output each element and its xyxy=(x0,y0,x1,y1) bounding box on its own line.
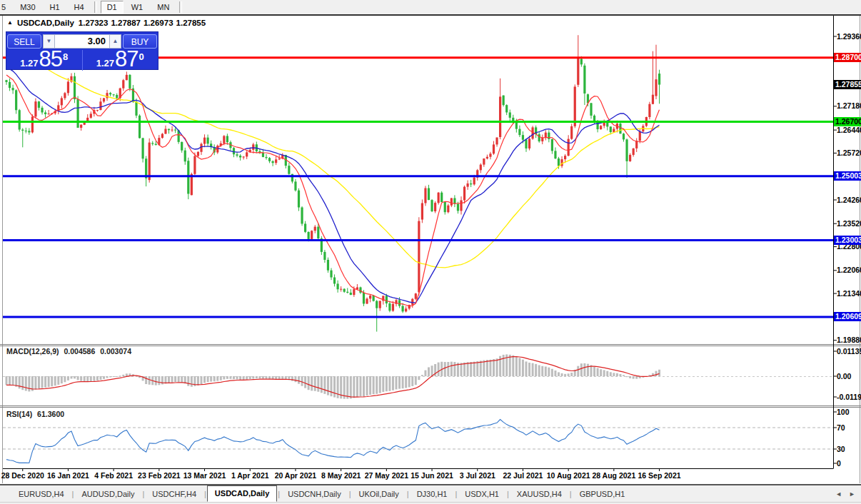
price-axis-label: 1.23520 xyxy=(837,219,861,228)
ask-price-prefix: 1.27 xyxy=(96,58,114,69)
rsi-axis-label: 70 xyxy=(837,423,845,433)
tabs-scroll-left-button[interactable]: ◄ xyxy=(835,490,842,498)
rsi-axis-label: 0 xyxy=(837,459,841,468)
date-axis-label: 4 Feb 2021 xyxy=(94,471,133,480)
ohlc-high: 1.27887 xyxy=(111,19,141,27)
price-axis-label: 1.21340 xyxy=(837,289,861,298)
price-axis-label: 1.19880 xyxy=(837,336,861,345)
trading-terminal: 5M30H1H4D1W1MN ▲ USDCAD,Daily 1.27323 1.… xyxy=(0,0,861,504)
sell-price-panel[interactable]: 1.27 85 8 xyxy=(6,50,83,71)
rsi-value: 61.3600 xyxy=(37,410,64,418)
tick-up-icon: ▲ xyxy=(7,19,13,26)
macd-axis-label: 0.01135 xyxy=(837,347,861,356)
date-axis-label: 16 Jan 2021 xyxy=(47,471,89,480)
macd-axis-label: -0.01190 xyxy=(837,393,861,402)
date-axis-label: 10 Aug 2021 xyxy=(547,471,590,480)
price-axis-label: 1.27180 xyxy=(837,101,861,111)
tab-dj30-h1[interactable]: DJ30,H1 xyxy=(410,486,455,502)
tab-audusd-daily[interactable]: AUDUSD,Daily xyxy=(74,486,141,502)
date-axis-label: 3 Jul 2021 xyxy=(460,471,495,480)
rsi-axis-label: 30 xyxy=(837,445,845,454)
price-axis-badge-1.27855: 1.27855 xyxy=(834,80,861,89)
price-axis-label: 1.29360 xyxy=(837,32,861,41)
bid-price-prefix: 1.27 xyxy=(20,58,38,69)
ask-price-main: 87 xyxy=(115,50,138,69)
price-axis-badge-1.23003: 1.23003 xyxy=(834,236,861,245)
tabs-scroll-right-button[interactable]: ► xyxy=(849,490,855,498)
macd-label: MACD(12,26,9) 0.004586 0.003074 xyxy=(6,347,131,356)
date-axis-label: 23 Feb 2021 xyxy=(138,471,181,480)
macd-axis-label: 0.00 xyxy=(837,372,851,381)
tab-scroll-arrows: ◄► xyxy=(835,490,861,498)
date-axis-label: 22 Jul 2021 xyxy=(503,471,543,480)
macd-main-value: 0.004586 xyxy=(64,347,95,356)
date-axis-label: 28 Dec 2020 xyxy=(1,471,44,480)
date-axis-label: 16 Sep 2021 xyxy=(638,471,680,480)
tab-ukoil-daily[interactable]: UKOil,Daily xyxy=(352,486,406,502)
date-axis-label: 28 Aug 2021 xyxy=(592,471,635,480)
price-chart[interactable] xyxy=(0,0,861,504)
tab-eurusd-h4[interactable]: EURUSD,H4 xyxy=(11,486,71,502)
ohlc-close: 1.27855 xyxy=(176,19,206,27)
price-axis-badge-1.26700: 1.26700 xyxy=(834,117,861,126)
ohlc-low: 1.26973 xyxy=(144,19,173,27)
date-axis-label: 15 Jun 2021 xyxy=(411,471,453,480)
volume-input[interactable]: 3.00 xyxy=(55,34,109,49)
rsi-axis-label: 100 xyxy=(837,408,850,417)
price-axis-label: 1.24260 xyxy=(837,196,861,205)
macd-signal-value: 0.003074 xyxy=(100,347,131,356)
tab-xauusd-h4[interactable]: XAUUSD,H4 xyxy=(510,486,569,502)
ask-price-pip: 0 xyxy=(139,51,144,62)
buy-price-panel[interactable]: 1.27 87 0 xyxy=(83,50,158,71)
price-axis-label: 1.22060 xyxy=(837,266,861,275)
chart-tab-bar: EURUSD,H4|AUDUSD,Daily|USDCHF,H4|USDCAD,… xyxy=(0,484,861,502)
tab-usdchf-h4[interactable]: USDCHF,H4 xyxy=(145,486,203,502)
chart-title: ▲ USDCAD,Daily 1.27323 1.27887 1.26973 1… xyxy=(7,19,206,27)
price-axis-label: 1.25720 xyxy=(837,148,861,158)
one-click-trading-widget: SELL ▼ 3.00 ▲ BUY 1.27 85 8 1.27 87 0 xyxy=(6,31,158,70)
chart-symbol: USDCAD,Daily xyxy=(17,19,74,27)
price-axis-badge-1.28700: 1.28700 xyxy=(834,53,861,62)
bid-price-main: 85 xyxy=(39,50,62,69)
bid-price-pip: 8 xyxy=(63,51,68,62)
date-axis-label: 20 Apr 2021 xyxy=(275,471,317,480)
rsi-label: RSI(14) 61.3600 xyxy=(6,410,64,418)
price-axis-badge-1.20609: 1.20609 xyxy=(834,312,861,321)
tab-usdcad-daily[interactable]: USDCAD,Daily xyxy=(207,485,277,502)
date-axis-label: 1 Apr 2021 xyxy=(231,471,269,480)
price-axis-label: 1.26440 xyxy=(837,126,861,135)
tab-usdcnh-daily[interactable]: USDCNH,Daily xyxy=(281,486,348,502)
ohlc-open: 1.27323 xyxy=(79,19,109,27)
date-axis-label: 8 May 2021 xyxy=(321,471,361,480)
date-axis-label: 27 May 2021 xyxy=(365,471,408,480)
sell-button[interactable]: SELL xyxy=(7,34,41,49)
date-axis-label: 13 Mar 2021 xyxy=(183,471,226,480)
tab-gbpusd-h1[interactable]: GBPUSD,H1 xyxy=(573,486,633,502)
tab-usdx-h1[interactable]: USDX,H1 xyxy=(458,486,506,502)
price-axis-badge-1.25003: 1.25003 xyxy=(834,171,861,181)
